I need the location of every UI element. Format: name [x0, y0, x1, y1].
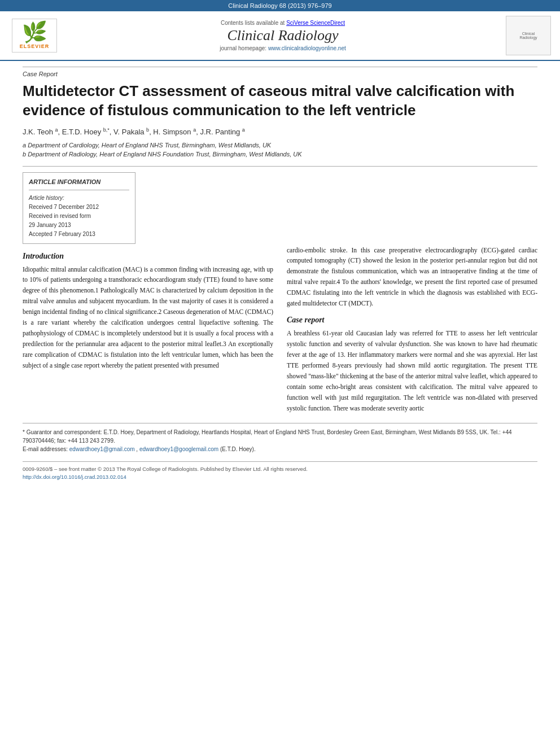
homepage-label: journal homepage:: [220, 45, 266, 51]
contents-label: Contents lists available at: [221, 20, 285, 26]
article-info-box: ARTICLE INFORMATION Article history: Rec…: [23, 172, 135, 244]
body-col-right: cardio-embolic stroke. In this case preo…: [287, 245, 537, 414]
email-link-2[interactable]: edwardhoey1@googlemail.com: [139, 446, 220, 452]
received-date: Received 7 December 2012: [29, 203, 129, 212]
doi-url[interactable]: http://dx.doi.org/10.1016/j.crad.2013.02…: [23, 474, 126, 480]
affiliation-b: b Department of Radiology, Heart of Engl…: [23, 150, 537, 159]
case-report-paragraph: A breathless 61-year old Caucasian lady …: [287, 328, 537, 414]
revised-date: 29 January 2013: [29, 221, 129, 230]
author-hoey: E.T.D. Hoey b,*: [62, 128, 110, 136]
doi-link: http://dx.doi.org/10.1016/j.crad.2013.02…: [23, 473, 537, 481]
body-col-left: Introduction Idiopathic mitral annular c…: [23, 245, 273, 414]
left-column: ARTICLE INFORMATION Article history: Rec…: [23, 172, 135, 244]
author-pakala: V. Pakala b: [113, 128, 149, 136]
section-label: Case Report: [23, 67, 537, 77]
email-1-text: edwardhoey1@gmail.com: [69, 446, 135, 452]
article-meta-section: ARTICLE INFORMATION Article history: Rec…: [23, 172, 537, 244]
journal-name: Clinical Radiology: [60, 27, 506, 44]
elsevier-brand: ELSEVIER: [20, 43, 50, 49]
email-label: E-mail addresses:: [23, 446, 68, 452]
history-label: Article history:: [29, 194, 129, 203]
introduction-heading: Introduction: [23, 252, 273, 261]
article-info-title: ARTICLE INFORMATION: [29, 177, 129, 190]
introduction-paragraph: Idiopathic mitral annular calcification …: [23, 264, 273, 372]
copyright-bar: 0009-9260/$ – see front matter © 2013 Th…: [23, 461, 537, 482]
radiology-logo-text: ClinicalRadiology: [519, 32, 537, 40]
email-2-text: edwardhoey1@googlemail.com: [139, 446, 218, 452]
elsevier-tree-icon: 🌿: [22, 22, 47, 42]
radiology-logo: ClinicalRadiology: [506, 16, 551, 55]
authors: J.K. Teoh a, E.T.D. Hoey b,*, V. Pakala …: [23, 127, 537, 136]
affiliations: a Department of Cardiology, Heart of Eng…: [23, 141, 537, 159]
divider-1: [23, 166, 537, 167]
email-note: E-mail addresses: edwardhoey1@gmail.com …: [23, 445, 537, 453]
right-column-meta: [149, 172, 537, 244]
article-title: Multidetector CT assessment of caseous m…: [23, 82, 537, 120]
journal-homepage: journal homepage: www.clinicalradiologyo…: [60, 45, 506, 51]
journal-header: 🌿 ELSEVIER Contents lists available at S…: [0, 11, 560, 61]
author-teoh: J.K. Teoh a: [23, 128, 58, 136]
elsevier-logo: 🌿 ELSEVIER: [9, 19, 60, 53]
main-content: Case Report Multidetector CT assessment …: [0, 61, 560, 493]
email-note-text: (E.T.D. Hoey).: [220, 446, 256, 452]
sciverse-link-text: SciVerse ScienceDirect: [286, 20, 345, 26]
guarantor-note: * Guarantor and correspondent: E.T.D. Ho…: [23, 428, 537, 445]
affiliation-a: a Department of Cardiology, Heart of Eng…: [23, 141, 537, 150]
author-simpson: H. Simpson a: [153, 128, 196, 136]
accepted-label: Accepted 7 February 2013: [29, 230, 129, 239]
case-report-heading: Case report: [287, 316, 537, 325]
journal-citation: Clinical Radiology 68 (2013) 976–979: [228, 2, 331, 9]
author-panting: J.R. Panting a: [200, 128, 244, 136]
top-bar: Clinical Radiology 68 (2013) 976–979: [0, 0, 560, 11]
email-link-1[interactable]: edwardhoey1@gmail.com: [69, 446, 137, 452]
homepage-url-text: www.clinicalradiologyonline.net: [268, 45, 346, 51]
footnotes: * Guarantor and correspondent: E.T.D. Ho…: [23, 423, 537, 453]
doi-url-text: http://dx.doi.org/10.1016/j.crad.2013.02…: [23, 474, 126, 480]
journal-header-center: Contents lists available at SciVerse Sci…: [60, 20, 506, 51]
body-columns: Introduction Idiopathic mitral annular c…: [23, 245, 537, 414]
revised-label: Received in revised form: [29, 212, 129, 221]
issn-text: 0009-9260/$ – see front matter © 2013 Th…: [23, 465, 537, 473]
elsevier-image: 🌿 ELSEVIER: [12, 19, 57, 53]
homepage-url[interactable]: www.clinicalradiologyonline.net: [268, 45, 346, 51]
right-intro-paragraph: cardio-embolic stroke. In this case preo…: [287, 245, 537, 309]
sciverse-line: Contents lists available at SciVerse Sci…: [60, 20, 506, 26]
sciverse-link[interactable]: SciVerse ScienceDirect: [286, 20, 345, 26]
